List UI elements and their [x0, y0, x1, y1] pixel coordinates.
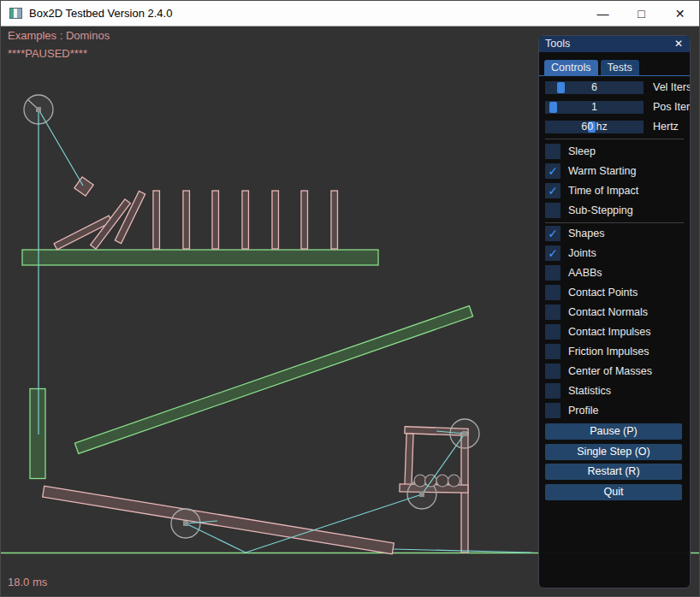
window-titlebar[interactable]: Box2D Testbed Version 2.4.0 — □ ✕: [1, 1, 699, 27]
checkbox-group-draw: ✓Shapes✓JointsAABBsContact PointsContact…: [545, 226, 685, 423]
checkbox-group-solver: Sleep✓Warm Starting✓Time of ImpactSub-St…: [545, 144, 685, 222]
dynamic-body[interactable]: [301, 191, 308, 249]
checkbox-row-contact-normals[interactable]: Contact Normals: [545, 304, 685, 320]
pause-p-button[interactable]: Pause (P): [545, 423, 682, 440]
checkbox-label: Friction Impulses: [568, 344, 649, 359]
checkbox-label: Profile: [568, 403, 598, 418]
app-icon: [9, 8, 22, 19]
checkbox-joints[interactable]: ✓: [545, 245, 561, 261]
paused-text: ****PAUSED****: [8, 47, 87, 60]
checkbox-warm-starting[interactable]: ✓: [545, 163, 561, 179]
slider-value: 6: [545, 81, 644, 94]
checkbox-row-joints[interactable]: ✓Joints: [545, 245, 685, 261]
ball-body[interactable]: [436, 475, 448, 487]
checkbox-row-warm-starting[interactable]: ✓Warm Starting: [545, 163, 685, 179]
dynamic-body[interactable]: [74, 177, 93, 196]
dynamic-body[interactable]: [43, 486, 394, 554]
checkbox-label: Sub-Stepping: [568, 203, 633, 218]
check-icon: ✓: [548, 163, 558, 179]
tab-controls[interactable]: Controls: [544, 60, 598, 75]
checkbox-row-statistics[interactable]: Statistics: [545, 383, 685, 399]
checkbox-label: AABBs: [568, 265, 602, 281]
checkbox-row-contact-impulses[interactable]: Contact Impulses: [545, 324, 685, 340]
checkbox-profile[interactable]: [545, 403, 561, 418]
example-title-text: Examples : Dominos: [8, 29, 110, 42]
joint-line: [39, 109, 83, 186]
checkbox-statistics[interactable]: [545, 383, 561, 399]
dynamic-body[interactable]: [212, 191, 219, 249]
tools-panel-titlebar[interactable]: Tools ✕: [539, 36, 690, 52]
checkbox-label: Time of Impact: [568, 183, 638, 198]
checkbox-contact-points[interactable]: [545, 285, 561, 300]
static-platform[interactable]: [22, 250, 378, 265]
checkbox-label: Center of Masses: [568, 364, 652, 379]
checkbox-row-sub-stepping[interactable]: Sub-Stepping: [545, 203, 685, 218]
checkbox-label: Warm Starting: [568, 163, 636, 179]
checkbox-aabbs[interactable]: [545, 265, 561, 281]
checkbox-label: Contact Points: [568, 285, 638, 300]
dynamic-body[interactable]: [331, 191, 338, 249]
tab-underline: [539, 75, 690, 76]
maximize-button[interactable]: □: [622, 1, 661, 26]
slider-list: 6Vel Iters1Pos Iters60 hzHertz: [545, 81, 685, 140]
slider-row-vel-iters: 6Vel Iters: [545, 81, 685, 94]
button-list: Pause (P)Single Step (O)Restart (R)Quit: [545, 423, 682, 504]
dynamic-body[interactable]: [405, 434, 413, 485]
slider-row-hertz: 60 hzHertz: [545, 121, 685, 133]
frame-time-text: 18.0 ms: [8, 576, 47, 588]
checkbox-sub-stepping[interactable]: [545, 203, 561, 218]
restart-r-button[interactable]: Restart (R): [545, 464, 682, 480]
checkbox-contact-impulses[interactable]: [545, 324, 561, 340]
checkbox-center-of-masses[interactable]: [545, 364, 561, 379]
close-button[interactable]: ✕: [661, 1, 699, 26]
dynamic-body[interactable]: [242, 191, 249, 249]
tools-panel-title: Tools: [545, 38, 570, 50]
dynamic-body[interactable]: [183, 191, 190, 249]
checkbox-row-profile[interactable]: Profile: [545, 403, 685, 418]
checkbox-row-contact-points[interactable]: Contact Points: [545, 285, 685, 300]
separator: [545, 139, 684, 139]
dynamic-body[interactable]: [272, 191, 279, 249]
tools-close-icon[interactable]: ✕: [672, 37, 685, 51]
checkbox-friction-impulses[interactable]: [545, 344, 561, 359]
tools-panel: Tools ✕ ControlsTests 6Vel Iters1Pos Ite…: [538, 35, 691, 588]
checkbox-sleep[interactable]: [545, 144, 561, 159]
checkbox-label: Contact Impulses: [568, 324, 651, 340]
checkbox-label: Statistics: [568, 383, 611, 399]
ball-body[interactable]: [448, 475, 460, 487]
checkbox-label: Sleep: [568, 144, 596, 159]
joint-anchor: [462, 431, 467, 436]
static-platform[interactable]: [30, 389, 45, 479]
slider-value: 60 hz: [545, 121, 644, 133]
check-icon: ✓: [548, 183, 558, 198]
tab-tests[interactable]: Tests: [601, 60, 639, 75]
checkbox-row-center-of-masses[interactable]: Center of Masses: [545, 364, 685, 379]
checkbox-row-shapes[interactable]: ✓Shapes: [545, 226, 685, 241]
checkbox-label: Shapes: [568, 226, 604, 241]
window-title: Box2D Testbed Version 2.4.0: [29, 7, 172, 20]
app-window: Examples : Dominos ****PAUSED**** 18.0 m…: [0, 0, 700, 597]
checkbox-row-sleep[interactable]: Sleep: [545, 144, 685, 159]
quit-button[interactable]: Quit: [545, 484, 682, 500]
checkbox-label: Contact Normals: [568, 304, 648, 320]
checkbox-time-of-impact[interactable]: ✓: [545, 183, 561, 198]
slider-label: Pos Iters: [653, 101, 691, 114]
slider-value: 1: [545, 101, 644, 114]
checkbox-shapes[interactable]: ✓: [545, 226, 561, 241]
checkbox-contact-normals[interactable]: [545, 304, 561, 320]
checkbox-label: Joints: [568, 245, 596, 261]
minimize-button[interactable]: —: [584, 1, 622, 26]
checkbox-row-time-of-impact[interactable]: ✓Time of Impact: [545, 183, 685, 198]
separator: [545, 222, 684, 223]
checkbox-row-aabbs[interactable]: AABBs: [545, 265, 685, 281]
check-icon: ✓: [548, 245, 558, 261]
checkbox-row-friction-impulses[interactable]: Friction Impulses: [545, 344, 685, 359]
joint-anchor: [419, 492, 424, 497]
tools-tabbar: ControlsTests: [544, 60, 639, 75]
check-icon: ✓: [548, 226, 558, 241]
window-controls: — □ ✕: [584, 1, 699, 26]
dynamic-body[interactable]: [153, 191, 160, 249]
slider-label: Vel Iters: [653, 81, 691, 94]
single-step-o-button[interactable]: Single Step (O): [545, 444, 682, 460]
ball-body[interactable]: [414, 475, 426, 487]
